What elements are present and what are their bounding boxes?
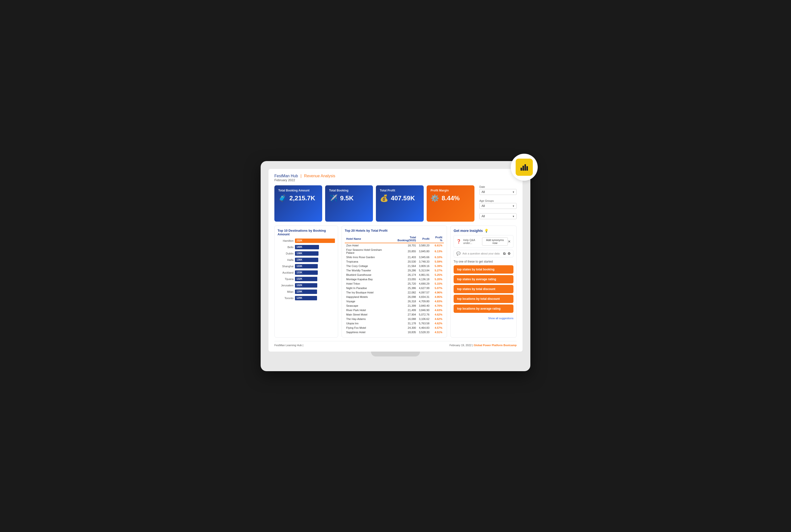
filter-age-select[interactable]: All (479, 203, 516, 209)
insight-suggestion-button[interactable]: top states by total discount (454, 285, 513, 293)
profit-cell: 4,136.18 (418, 277, 431, 282)
filter-third[interactable]: All ▼ (479, 213, 516, 219)
brand-name: FestMan Hub (275, 174, 298, 178)
profit-cell: 5,763.58 (418, 321, 431, 326)
hotel-name-cell: The Ivy Boutique Hotel (345, 290, 390, 295)
bar-value: 138K (297, 252, 302, 255)
bar-fill: 232K (295, 239, 335, 243)
bar-label: Shanghai (278, 265, 294, 268)
settings-icon[interactable]: ⚙ (508, 251, 511, 256)
booking-cell: 18,701 (390, 243, 417, 248)
hotel-name-cell: Shilo Inns Rose Garden (345, 255, 390, 259)
show-all-link[interactable]: Show all suggestions (488, 317, 513, 320)
kpi-icon-3: ⚙️ (431, 194, 439, 202)
booking-cell: 31,178 (390, 321, 417, 326)
bar-row: Hamilton232K (278, 239, 335, 243)
bar-chart: Hamilton232KBello140KDublin138KHaifa136K… (278, 239, 335, 300)
qa-text: Help Q&A under... (463, 239, 482, 244)
insights-section: Get more Insights 💡 ❓ Help Q&A under... … (450, 226, 516, 338)
bar-container: 136K (295, 258, 335, 262)
ask-box[interactable]: 💬 Ask a question about your data ⧉ ⚙ (454, 250, 513, 258)
profit-pct-cell: 5.15% (431, 282, 444, 286)
bar-row: Auckland133K (278, 270, 335, 275)
table-row: Sapphires Hotel18,8353,528.334.51% (345, 330, 444, 335)
table-header: Profit (418, 235, 431, 243)
insight-suggestion-button[interactable]: top locations by average rating (454, 304, 513, 313)
bar-label: Toronto (278, 297, 294, 300)
insights-title: Get more Insights 💡 (454, 229, 513, 233)
bar-container: 133K (295, 264, 335, 268)
kpi-value-0: 2,215.7K (289, 194, 315, 202)
profit-pct-cell: 4.51% (431, 330, 444, 335)
filter-third-select[interactable]: All (479, 213, 516, 219)
profit-cell: 3,106.62 (418, 317, 431, 321)
qa-left: ❓ Help Q&A under... (456, 239, 482, 244)
bar-fill: 136K (295, 258, 318, 262)
bar-chart-section: Top 10 Destinations by Booking Amount Ha… (275, 226, 338, 338)
filter-age-groups[interactable]: Age Groups All ▼ (479, 199, 516, 209)
copy-icon[interactable]: ⧉ (503, 251, 506, 256)
booking-cell: 21,499 (390, 308, 417, 312)
hotel-name-cell: Voyage (345, 299, 390, 304)
insight-suggestion-button[interactable]: top states by total booking (454, 265, 513, 273)
profit-pct-cell: 5.20% (431, 277, 444, 282)
filter-date[interactable]: Date All ▼ (479, 185, 516, 195)
bar-value: 132K (297, 278, 302, 280)
ask-placeholder-text: Ask a question about your data (463, 252, 500, 255)
profit-pct-cell: 4.57% (431, 326, 444, 330)
hotel-name-cell: Happyland Motels (345, 295, 390, 299)
profit-pct-cell: 5.59% (431, 259, 444, 264)
laptop-stand (371, 352, 420, 357)
filter-date-select[interactable]: All (479, 189, 516, 195)
lightbulb-icon: 💡 (484, 229, 488, 233)
hotel-name-cell: Bluebird Guesthouse (345, 273, 390, 277)
hotel-table: Hotel NameTotal Booking(SGD)ProfitProfit… (345, 235, 444, 335)
kpi-value-2: 407.59K (391, 194, 415, 202)
hotel-name-cell: Hotel Triton (345, 282, 390, 286)
hotel-table-section: Top 20 Hotels by Total Profit Hotel Name… (342, 226, 447, 338)
add-synonyms-button[interactable]: Add synonyms now (482, 237, 508, 246)
bar-container: 133K (295, 270, 335, 275)
bar-container: 138K (295, 251, 335, 256)
profit-pct-cell: 5.07% (431, 286, 444, 290)
insight-suggestion-button[interactable]: top locations by total discount (454, 295, 513, 303)
bar-row: Shanghai133K (278, 264, 335, 268)
svg-rect-1 (523, 166, 524, 171)
bar-fill: 132K (295, 277, 317, 281)
kpi-total-profit: Total Profit 💰 407.59K (376, 185, 424, 222)
kpi-icon-1: ✈️ (329, 194, 338, 202)
booking-cell: 25,386 (390, 286, 417, 290)
bar-value: 136K (297, 259, 302, 261)
footer-left-text: FestMan Learning Hub | (275, 344, 303, 347)
footer: FestMan Learning Hub | February 19, 2022… (275, 341, 516, 347)
profit-cell: 3,528.33 (418, 330, 431, 335)
footer-link[interactable]: Global Power Platform Bootcamp (474, 344, 516, 347)
table-row: Zion Hotel18,7013,580.206.61% (345, 243, 444, 248)
table-row: Happyland Motels26,0984,834.314.95% (345, 295, 444, 299)
bar-row: Tijuana132K (278, 277, 335, 281)
profit-cell: 3,846.90 (418, 308, 431, 312)
bar-container: 140K (295, 245, 335, 249)
revenue-analysis-title: Revenue Analysis (304, 174, 335, 178)
chat-icon: 💬 (456, 251, 460, 255)
insight-suggestion-button[interactable]: top states by average rating (454, 275, 513, 283)
laptop-frame: FestMan Hub | Revenue Analysis February … (261, 161, 530, 371)
profit-pct-cell: 4.95% (431, 295, 444, 299)
bar-label: Milan (278, 290, 294, 293)
bar-value: 140K (297, 246, 302, 248)
bar-label: Bello (278, 246, 294, 249)
laptop-screen: FestMan Hub | Revenue Analysis February … (268, 169, 523, 352)
bar-value: 133K (297, 271, 302, 274)
footer-date: February 19, 2022 | (449, 344, 473, 347)
svg-rect-2 (525, 164, 526, 171)
suggestions-container: top states by total bookingtop states by… (454, 265, 513, 314)
kpi-label-1: Total Booking (329, 189, 369, 192)
table-row: Hotel Triton25,7204,690.295.15% (345, 282, 444, 286)
booking-cell: 18,835 (390, 330, 417, 335)
bar-label: Dublin (278, 252, 294, 255)
close-button[interactable]: ✕ (508, 240, 511, 244)
main-content: Top 10 Destinations by Booking Amount Ha… (275, 226, 516, 338)
table-row: Shilo Inns Rose Garden21,4033,945.666.10… (345, 255, 444, 259)
hotel-name-cell: River Park Hotel (345, 308, 390, 312)
bar-fill: 133K (295, 270, 318, 275)
